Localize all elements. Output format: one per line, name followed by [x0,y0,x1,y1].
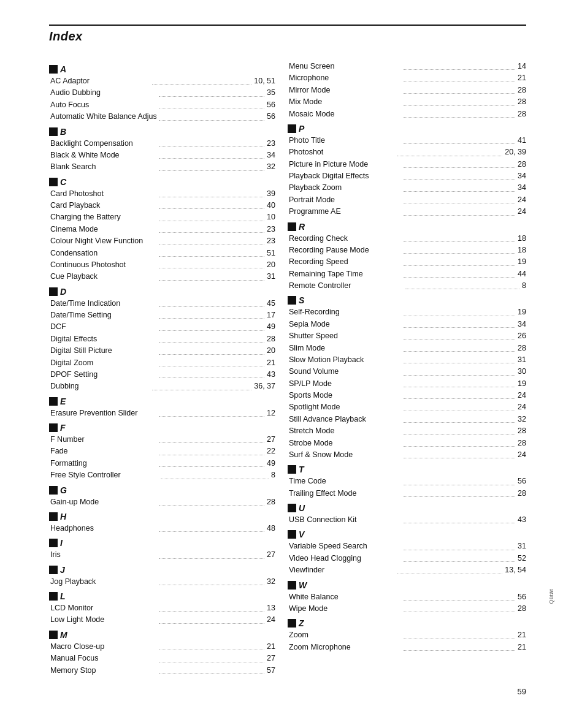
entry-page: 34 [267,150,275,161]
entry-name: Gain-up Mode [50,496,156,508]
section-letter: S [299,295,304,305]
index-entry: Card Photoshot39 [49,188,275,200]
index-entry: Manual Focus27 [49,653,275,664]
index-entry: F Number27 [49,434,275,446]
section-letter: F [60,423,66,433]
section-letter: T [299,464,304,474]
index-entry: Macro Close-up21 [49,641,275,653]
entry-page: 34 [518,170,526,182]
entry-dots [159,248,265,257]
entry-page: 24 [518,390,526,401]
entry-dots [404,540,516,550]
entry-name: Zoom Microphone [289,642,401,653]
section-block: EErasure Prevention Slider12 [49,396,275,419]
section-square [288,530,296,539]
index-entry: Wipe Mode28 [288,603,526,615]
entry-name: Digital Still Picture [50,345,156,357]
index-entry: Video Head Clogging52 [288,553,526,564]
entry-name: Iris [50,549,156,561]
entry-page: 36, 37 [254,381,275,392]
entry-page: 19 [518,256,526,268]
section-square [49,397,58,406]
entry-name: Mosaic Mode [289,108,401,120]
index-entry: LCD Monitor13 [49,602,275,614]
entry-dots [404,72,516,82]
entry-name: Zoom [289,629,401,641]
section-block: ZZoom21Zoom Microphone21 [288,618,526,653]
entry-name: Recording Pause Mode [289,245,401,256]
entry-name: Photo Title [289,135,401,146]
section-square [49,65,58,74]
entry-dots [159,188,265,197]
section-square [288,222,296,231]
entry-dots [159,602,265,612]
section-square [49,423,58,432]
entry-page: 34 [518,182,526,194]
index-entry: Variable Speed Search31 [288,540,526,552]
entry-page: 10 [267,211,275,223]
entry-page: 21 [518,72,526,84]
index-entry: Date/Time Indication45 [49,298,275,309]
section-block: LLCD Monitor13Low Light Mode24 [49,591,275,626]
index-entry: Portrait Mode24 [288,194,526,206]
section-block: TTime Code56Trailing Effect Mode28 [288,464,526,499]
entry-name: Photoshot [289,146,394,158]
section-header: J [49,565,275,575]
entry-dots [159,357,265,366]
index-entry: Gain-up Mode28 [49,496,275,508]
entry-page: 24 [518,401,526,413]
entry-page: 23 [267,235,275,247]
entry-name: Menu Screen [289,61,401,72]
index-entry: Photo Title41 [288,135,526,146]
entry-page: 56 [518,476,526,487]
index-entry: Mosaic Mode28 [288,108,526,120]
index-columns: AAC Adaptor10, 51Audio Dubbing35Auto Foc… [49,61,526,678]
entry-name: Sepia Mode [289,319,401,330]
entry-page: 28 [518,85,526,96]
entry-page: 44 [518,268,526,280]
entry-name: Backlight Compensation [50,138,156,150]
entry-name: Charging the Battery [50,211,156,223]
entry-dots [159,271,265,280]
entry-dots [397,146,502,156]
index-entry: Slim Mode28 [288,343,526,354]
section-header: M [49,630,275,640]
section-block: Menu Screen14Microphone21Mirror Mode28Mi… [288,61,526,120]
section-letter: W [299,580,307,590]
index-entry: USB Connection Kit43 [288,514,526,526]
entry-name: LCD Monitor [50,602,156,614]
section-block: IIris27 [49,538,275,561]
section-letter: U [299,503,305,513]
section-square [49,287,58,296]
index-entry: Colour Night View Function23 [49,235,275,247]
page-title: Index [49,29,526,44]
entry-page: 27 [267,434,275,446]
entry-page: 20 [267,259,275,271]
entry-dots [404,319,516,328]
page: Index AAC Adaptor10, 51Audio Dubbing35Au… [0,0,563,715]
entry-dots [159,298,265,307]
entry-page: 28 [518,159,526,170]
index-entry: Playback Digital Effects34 [288,170,526,182]
index-entry: Microphone21 [288,72,526,84]
entry-name: Card Photoshot [50,188,156,200]
section-letter: P [299,124,304,134]
entry-dots [404,194,516,203]
index-entry: White Balance56 [288,591,526,603]
entry-dots [404,591,516,601]
index-entry: Dubbing36, 37 [49,381,275,392]
index-entry: Iris27 [49,549,275,561]
section-letter: H [60,512,66,521]
index-entry: Cue Playback31 [49,271,275,282]
entry-dots [159,549,265,558]
entry-dots [404,96,516,105]
section-header: T [288,464,526,474]
index-entry: Menu Screen14 [288,61,526,72]
section-square [288,296,296,305]
entry-dots [159,138,265,147]
entry-name: Colour Night View Function [50,235,156,247]
entry-page: 19 [518,306,526,318]
entry-page: 12 [267,408,275,419]
section-letter: L [60,591,66,601]
section-square [288,504,296,512]
